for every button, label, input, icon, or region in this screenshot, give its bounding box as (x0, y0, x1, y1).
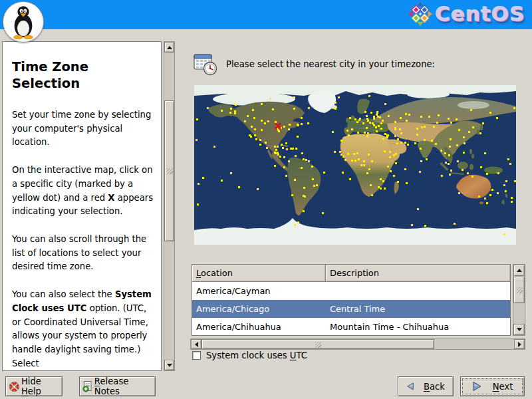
scroll-right-button[interactable] (514, 339, 525, 349)
city-dot[interactable] (388, 115, 390, 117)
city-dot[interactable] (283, 126, 285, 128)
city-dot[interactable] (382, 180, 384, 182)
city-dot[interactable] (486, 173, 488, 175)
city-dot[interactable] (440, 150, 442, 152)
city-dot[interactable] (394, 121, 396, 123)
city-dot[interactable] (303, 187, 305, 189)
city-dot[interactable] (348, 134, 350, 136)
utc-checkbox[interactable] (192, 351, 201, 360)
city-dot[interactable] (349, 117, 351, 119)
city-dot[interactable] (253, 117, 255, 119)
city-dot[interactable] (507, 158, 509, 160)
city-dot[interactable] (301, 152, 303, 154)
city-dot[interactable] (230, 172, 232, 174)
city-dot[interactable] (297, 221, 299, 223)
city-dot[interactable] (424, 139, 426, 141)
city-dot[interactable] (368, 154, 370, 156)
city-dot[interactable] (303, 158, 305, 160)
city-dot[interactable] (433, 126, 435, 128)
city-dot[interactable] (448, 154, 450, 156)
city-dot[interactable] (380, 188, 382, 190)
city-dot[interactable] (414, 142, 416, 144)
city-dot[interactable] (389, 151, 391, 153)
timezone-table[interactable]: Location Description America/CaymanAmeri… (192, 264, 511, 336)
city-dot[interactable] (282, 147, 284, 149)
city-dot[interactable] (458, 129, 460, 131)
city-dot[interactable] (285, 175, 287, 177)
city-dot[interactable] (373, 124, 375, 126)
city-dot[interactable] (382, 138, 384, 140)
city-dot[interactable] (404, 142, 406, 144)
city-dot[interactable] (471, 176, 473, 178)
city-dot[interactable] (368, 168, 370, 170)
city-dot[interactable] (305, 159, 307, 161)
city-dot[interactable] (370, 112, 372, 114)
city-dot[interactable] (344, 159, 346, 161)
city-dot[interactable] (303, 210, 305, 212)
city-dot[interactable] (288, 160, 290, 162)
city-dot[interactable] (454, 223, 456, 225)
city-dot[interactable] (196, 118, 198, 120)
city-dot[interactable] (375, 126, 377, 128)
city-dot[interactable] (366, 115, 368, 117)
city-dot[interactable] (482, 122, 484, 124)
timezone-row[interactable]: America/Cayman (192, 282, 510, 300)
city-dot[interactable] (351, 128, 353, 130)
city-dot[interactable] (497, 192, 499, 194)
city-dot[interactable] (478, 196, 480, 198)
city-dot[interactable] (316, 184, 318, 186)
city-dot[interactable] (244, 120, 246, 122)
city-dot[interactable] (400, 117, 402, 119)
city-dot[interactable] (420, 116, 422, 118)
city-dot[interactable] (400, 132, 402, 134)
city-dot[interactable] (354, 160, 356, 162)
city-dot[interactable] (450, 170, 452, 172)
city-dot[interactable] (360, 164, 362, 166)
city-dot[interactable] (312, 178, 314, 180)
city-dot[interactable] (386, 136, 388, 138)
city-dot[interactable] (334, 102, 336, 104)
city-dot[interactable] (366, 127, 368, 129)
city-dot[interactable] (363, 160, 365, 162)
city-dot[interactable] (424, 225, 426, 227)
city-dot[interactable] (289, 124, 291, 126)
city-dot[interactable] (238, 186, 240, 188)
city-dot[interactable] (367, 132, 369, 134)
city-dot[interactable] (295, 148, 297, 150)
city-dot[interactable] (462, 169, 464, 171)
city-dot[interactable] (255, 138, 257, 140)
city-dot[interactable] (419, 171, 421, 173)
city-dot[interactable] (363, 164, 365, 166)
city-dot[interactable] (463, 136, 465, 138)
city-dot[interactable] (400, 142, 402, 144)
city-dot[interactable] (311, 166, 313, 168)
timezone-row[interactable]: America/ChihuahuaMountain Time - Chihuah… (192, 318, 510, 336)
city-dot[interactable] (396, 142, 398, 144)
utc-checkbox-label[interactable]: System clock uses UTC (206, 350, 307, 360)
city-dot[interactable] (406, 182, 408, 184)
city-dot[interactable] (407, 144, 409, 146)
city-dot[interactable] (505, 190, 507, 192)
city-dot[interactable] (384, 103, 386, 105)
city-dot[interactable] (254, 134, 256, 136)
city-dot[interactable] (304, 196, 306, 198)
city-dot[interactable] (511, 201, 513, 203)
city-dot[interactable] (479, 132, 481, 134)
city-dot[interactable] (297, 136, 299, 138)
city-dot[interactable] (288, 128, 290, 130)
city-dot[interactable] (444, 152, 446, 154)
city-dot[interactable] (408, 114, 410, 116)
city-dot[interactable] (387, 166, 389, 168)
city-dot[interactable] (301, 117, 303, 119)
city-dot[interactable] (470, 109, 472, 111)
city-dot[interactable] (384, 188, 386, 190)
city-dot[interactable] (458, 192, 460, 194)
city-dot[interactable] (297, 124, 299, 126)
scrollbar-thumb[interactable] (513, 277, 525, 303)
back-button[interactable]: Back (398, 376, 454, 396)
release-notes-button[interactable]: Release Notes (79, 376, 156, 396)
city-dot[interactable] (435, 143, 437, 145)
city-dot[interactable] (254, 128, 256, 130)
city-dot[interactable] (370, 184, 372, 186)
city-dot[interactable] (450, 122, 452, 124)
